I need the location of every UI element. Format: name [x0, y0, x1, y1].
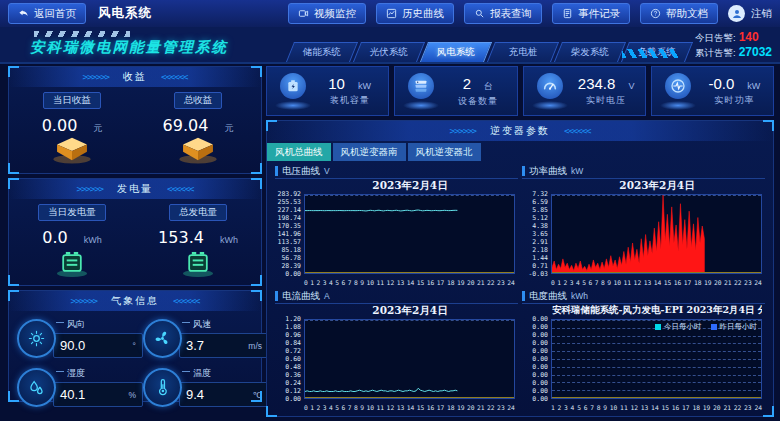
tab-storage-system[interactable]: 储能系统 — [286, 42, 358, 62]
realtime-voltage-unit: V — [628, 81, 634, 91]
y-tick-label: 5.12 — [532, 214, 548, 222]
total-revenue-stat: 总收益 69.04元 — [135, 87, 261, 164]
inverter-params-panel: >>>>>> 逆变器参数 <<<<<< 风机总曲线 风机逆变器南 风机逆变器北 … — [266, 120, 774, 417]
x-tick-label: 7 — [595, 279, 599, 286]
chart-date-title: 2023年2月4日 — [552, 179, 762, 193]
legend-item: 昨日每小时 — [711, 322, 758, 332]
x-tick-label: 1 — [310, 404, 314, 411]
energy-chart-unit: kWh — [571, 291, 588, 301]
x-axis-line — [552, 272, 761, 273]
report-query-button[interactable]: 报表查询 — [464, 3, 542, 24]
power-wave-icon — [656, 70, 700, 112]
x-tick-label: 14 — [407, 279, 415, 286]
tab-diesel-system[interactable]: 柴发系统 — [554, 42, 626, 62]
x-axis-line — [552, 397, 761, 398]
total-generation-stat: 总发电量 153.4kWh — [135, 199, 261, 278]
plot-region — [304, 319, 515, 399]
x-tick-label: 15 — [417, 404, 425, 411]
x-tick-label: 8 — [601, 279, 605, 286]
back-home-button[interactable]: 返回首页 — [8, 3, 86, 24]
wind-speed-box: 3.7m/s — [179, 333, 269, 358]
x-axis-line — [305, 397, 514, 398]
chart-series-svg — [305, 195, 514, 273]
tab-pv-system[interactable]: 光伏系统 — [353, 42, 425, 62]
y-tick-label: 56.78 — [281, 254, 301, 262]
video-monitor-button[interactable]: 视频监控 — [288, 3, 366, 24]
x-tick-label: 24 — [507, 279, 515, 286]
today-revenue-label: 当日收益 — [43, 92, 101, 109]
x-tick-label: 4 — [571, 404, 575, 411]
x-tick-label: 19 — [457, 279, 465, 286]
tab-charging-pile[interactable]: 充电桩 — [487, 42, 559, 62]
y-tick-label: 141.96 — [278, 230, 301, 238]
x-tick-label: 6 — [584, 404, 588, 411]
x-tick-label: 5 — [335, 279, 339, 286]
top-bar-actions: 视频监控 历史曲线 报表查询 事件记录 帮助文档 — [288, 3, 772, 24]
weather-panel-title: 气象信息 — [111, 294, 159, 308]
plot-region: 今日每小时昨日每小时 — [551, 319, 762, 399]
gold-box-icon — [49, 136, 95, 164]
x-tick-label: 23 — [497, 404, 505, 411]
x-tick-label: 4 — [329, 279, 333, 286]
y-tick-label: 2.18 — [532, 246, 548, 254]
humidity-icon — [17, 368, 56, 407]
video-monitor-label: 视频监控 — [314, 7, 356, 21]
help-icon — [650, 8, 661, 19]
chart-series-svg — [552, 195, 761, 273]
chevron-left-decoration: <<<<<< — [173, 296, 200, 306]
x-tick-label: 23 — [497, 279, 505, 286]
plot-region — [304, 194, 515, 274]
help-docs-button[interactable]: 帮助文档 — [640, 3, 718, 24]
x-tick-label: 24 — [754, 404, 762, 411]
installed-capacity-card: 10kW 装机容量 — [266, 66, 389, 116]
x-tick-label: 21 — [723, 404, 731, 411]
x-tick-label: 22 — [734, 404, 742, 411]
battery-green-icon — [49, 248, 95, 278]
humidity-unit: % — [128, 390, 136, 400]
help-docs-label: 帮助文档 — [666, 7, 708, 21]
y-tick-label: 0.00 — [532, 379, 548, 387]
temperature-value: 9.4 — [186, 387, 204, 402]
x-tick-label: 20 — [714, 279, 722, 286]
x-tick-label: 19 — [704, 279, 712, 286]
device-count-value: 2 — [463, 75, 471, 92]
tab-wind-system[interactable]: 风电系统 — [420, 42, 492, 62]
total-revenue-value: 69.04 — [163, 116, 209, 135]
x-tick-label: 23 — [744, 404, 752, 411]
x-tick-label: 13 — [641, 404, 649, 411]
tab-fan-inverter-south[interactable]: 风机逆变器南 — [333, 143, 406, 161]
x-tick-label: 16 — [427, 279, 435, 286]
back-home-label: 返回首页 — [34, 7, 76, 21]
humidity-value: 40.1 — [60, 387, 85, 402]
y-tick-label: 0.24 — [285, 379, 301, 387]
x-tick-label: 7 — [348, 279, 352, 286]
tab-label: 光伏系统 — [370, 46, 408, 59]
y-axis-labels: 0.000.000.000.000.000.000.000.000.000.00… — [522, 319, 550, 399]
logout-button[interactable]: 注销 — [728, 5, 772, 22]
wind-speed-value: 3.7 — [186, 338, 204, 353]
tab-fan-inverter-north[interactable]: 风机逆变器北 — [408, 143, 481, 161]
x-tick-label: 5 — [577, 404, 581, 411]
revenue-panel-title: 收益 — [123, 70, 147, 84]
chevron-right-decoration: >>>>>> — [82, 72, 109, 82]
report-query-label: 报表查询 — [490, 7, 532, 21]
history-curve-button[interactable]: 历史曲线 — [376, 3, 454, 24]
y-tick-label: 0.00 — [532, 347, 548, 355]
tab-fan-total-curve[interactable]: 风机总曲线 — [267, 143, 331, 161]
y-tick-label: 5.85 — [532, 206, 548, 214]
x-tick-label: 2 — [317, 279, 321, 286]
x-tick-label: 16 — [674, 279, 682, 286]
total-revenue-label: 总收益 — [174, 92, 223, 109]
x-tick-label: 14 — [651, 404, 659, 411]
page-title: 风电系统 — [98, 5, 152, 22]
alarm-counters: 今日告警:140 累计告警:27032 — [695, 30, 772, 60]
today-revenue-unit: 元 — [93, 122, 102, 135]
brand-stripes-decoration — [34, 31, 130, 37]
total-generation-unit: kWh — [220, 235, 238, 245]
x-tick-label: 6 — [342, 279, 346, 286]
tab-label: 风电系统 — [437, 46, 475, 59]
tab-label: 柴发系统 — [571, 46, 609, 59]
event-log-button[interactable]: 事件记录 — [552, 3, 630, 24]
x-tick-label: 0 — [551, 279, 555, 286]
legend-swatch — [655, 324, 661, 330]
